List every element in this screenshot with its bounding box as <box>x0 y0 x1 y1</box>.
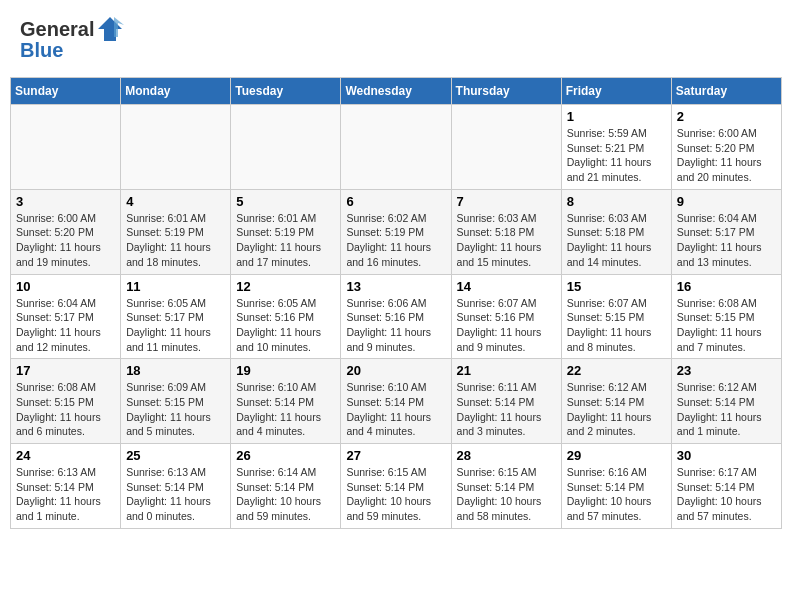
calendar-cell: 9Sunrise: 6:04 AM Sunset: 5:17 PM Daylig… <box>671 189 781 274</box>
day-info: Sunrise: 6:11 AM Sunset: 5:14 PM Dayligh… <box>457 380 556 439</box>
calendar-cell: 25Sunrise: 6:13 AM Sunset: 5:14 PM Dayli… <box>121 444 231 529</box>
day-info: Sunrise: 5:59 AM Sunset: 5:21 PM Dayligh… <box>567 126 666 185</box>
calendar-cell: 15Sunrise: 6:07 AM Sunset: 5:15 PM Dayli… <box>561 274 671 359</box>
logo-general: General <box>20 18 94 41</box>
day-number: 25 <box>126 448 225 463</box>
day-info: Sunrise: 6:07 AM Sunset: 5:15 PM Dayligh… <box>567 296 666 355</box>
calendar-cell <box>451 105 561 190</box>
calendar-cell: 20Sunrise: 6:10 AM Sunset: 5:14 PM Dayli… <box>341 359 451 444</box>
day-number: 4 <box>126 194 225 209</box>
calendar-cell: 13Sunrise: 6:06 AM Sunset: 5:16 PM Dayli… <box>341 274 451 359</box>
day-number: 6 <box>346 194 445 209</box>
day-number: 21 <box>457 363 556 378</box>
day-info: Sunrise: 6:15 AM Sunset: 5:14 PM Dayligh… <box>457 465 556 524</box>
day-info: Sunrise: 6:02 AM Sunset: 5:19 PM Dayligh… <box>346 211 445 270</box>
day-number: 3 <box>16 194 115 209</box>
logo-icon <box>96 15 124 43</box>
day-number: 26 <box>236 448 335 463</box>
day-info: Sunrise: 6:14 AM Sunset: 5:14 PM Dayligh… <box>236 465 335 524</box>
calendar-cell: 30Sunrise: 6:17 AM Sunset: 5:14 PM Dayli… <box>671 444 781 529</box>
day-info: Sunrise: 6:10 AM Sunset: 5:14 PM Dayligh… <box>236 380 335 439</box>
day-number: 18 <box>126 363 225 378</box>
day-header-friday: Friday <box>561 78 671 105</box>
day-info: Sunrise: 6:03 AM Sunset: 5:18 PM Dayligh… <box>567 211 666 270</box>
day-info: Sunrise: 6:09 AM Sunset: 5:15 PM Dayligh… <box>126 380 225 439</box>
calendar-cell: 28Sunrise: 6:15 AM Sunset: 5:14 PM Dayli… <box>451 444 561 529</box>
day-number: 15 <box>567 279 666 294</box>
day-info: Sunrise: 6:16 AM Sunset: 5:14 PM Dayligh… <box>567 465 666 524</box>
day-number: 2 <box>677 109 776 124</box>
day-number: 10 <box>16 279 115 294</box>
day-number: 11 <box>126 279 225 294</box>
day-info: Sunrise: 6:12 AM Sunset: 5:14 PM Dayligh… <box>567 380 666 439</box>
calendar-cell: 10Sunrise: 6:04 AM Sunset: 5:17 PM Dayli… <box>11 274 121 359</box>
calendar-cell <box>231 105 341 190</box>
calendar-cell: 6Sunrise: 6:02 AM Sunset: 5:19 PM Daylig… <box>341 189 451 274</box>
day-number: 14 <box>457 279 556 294</box>
day-header-thursday: Thursday <box>451 78 561 105</box>
calendar-header-row: SundayMondayTuesdayWednesdayThursdayFrid… <box>11 78 782 105</box>
week-row-3: 10Sunrise: 6:04 AM Sunset: 5:17 PM Dayli… <box>11 274 782 359</box>
day-header-tuesday: Tuesday <box>231 78 341 105</box>
calendar-cell: 14Sunrise: 6:07 AM Sunset: 5:16 PM Dayli… <box>451 274 561 359</box>
calendar-cell: 27Sunrise: 6:15 AM Sunset: 5:14 PM Dayli… <box>341 444 451 529</box>
calendar-cell: 26Sunrise: 6:14 AM Sunset: 5:14 PM Dayli… <box>231 444 341 529</box>
calendar-cell: 5Sunrise: 6:01 AM Sunset: 5:19 PM Daylig… <box>231 189 341 274</box>
day-info: Sunrise: 6:05 AM Sunset: 5:17 PM Dayligh… <box>126 296 225 355</box>
day-number: 28 <box>457 448 556 463</box>
day-number: 16 <box>677 279 776 294</box>
day-info: Sunrise: 6:03 AM Sunset: 5:18 PM Dayligh… <box>457 211 556 270</box>
calendar-cell: 2Sunrise: 6:00 AM Sunset: 5:20 PM Daylig… <box>671 105 781 190</box>
day-number: 9 <box>677 194 776 209</box>
calendar-cell <box>121 105 231 190</box>
day-number: 17 <box>16 363 115 378</box>
day-number: 23 <box>677 363 776 378</box>
calendar-cell: 18Sunrise: 6:09 AM Sunset: 5:15 PM Dayli… <box>121 359 231 444</box>
day-info: Sunrise: 6:12 AM Sunset: 5:14 PM Dayligh… <box>677 380 776 439</box>
day-number: 29 <box>567 448 666 463</box>
week-row-2: 3Sunrise: 6:00 AM Sunset: 5:20 PM Daylig… <box>11 189 782 274</box>
calendar-table: SundayMondayTuesdayWednesdayThursdayFrid… <box>10 77 782 529</box>
day-info: Sunrise: 6:05 AM Sunset: 5:16 PM Dayligh… <box>236 296 335 355</box>
calendar-cell: 16Sunrise: 6:08 AM Sunset: 5:15 PM Dayli… <box>671 274 781 359</box>
week-row-1: 1Sunrise: 5:59 AM Sunset: 5:21 PM Daylig… <box>11 105 782 190</box>
day-info: Sunrise: 6:08 AM Sunset: 5:15 PM Dayligh… <box>677 296 776 355</box>
day-info: Sunrise: 6:00 AM Sunset: 5:20 PM Dayligh… <box>16 211 115 270</box>
day-header-monday: Monday <box>121 78 231 105</box>
day-number: 12 <box>236 279 335 294</box>
day-info: Sunrise: 6:04 AM Sunset: 5:17 PM Dayligh… <box>16 296 115 355</box>
calendar-cell: 22Sunrise: 6:12 AM Sunset: 5:14 PM Dayli… <box>561 359 671 444</box>
day-header-sunday: Sunday <box>11 78 121 105</box>
day-number: 22 <box>567 363 666 378</box>
calendar-cell <box>341 105 451 190</box>
day-number: 24 <box>16 448 115 463</box>
day-info: Sunrise: 6:00 AM Sunset: 5:20 PM Dayligh… <box>677 126 776 185</box>
calendar-cell: 24Sunrise: 6:13 AM Sunset: 5:14 PM Dayli… <box>11 444 121 529</box>
day-number: 20 <box>346 363 445 378</box>
page-header: General Blue <box>10 10 782 67</box>
day-info: Sunrise: 6:01 AM Sunset: 5:19 PM Dayligh… <box>236 211 335 270</box>
day-info: Sunrise: 6:01 AM Sunset: 5:19 PM Dayligh… <box>126 211 225 270</box>
day-info: Sunrise: 6:08 AM Sunset: 5:15 PM Dayligh… <box>16 380 115 439</box>
day-info: Sunrise: 6:13 AM Sunset: 5:14 PM Dayligh… <box>126 465 225 524</box>
calendar-cell: 8Sunrise: 6:03 AM Sunset: 5:18 PM Daylig… <box>561 189 671 274</box>
day-info: Sunrise: 6:07 AM Sunset: 5:16 PM Dayligh… <box>457 296 556 355</box>
calendar-cell: 17Sunrise: 6:08 AM Sunset: 5:15 PM Dayli… <box>11 359 121 444</box>
calendar-cell <box>11 105 121 190</box>
day-number: 5 <box>236 194 335 209</box>
calendar-cell: 21Sunrise: 6:11 AM Sunset: 5:14 PM Dayli… <box>451 359 561 444</box>
day-number: 8 <box>567 194 666 209</box>
calendar-cell: 23Sunrise: 6:12 AM Sunset: 5:14 PM Dayli… <box>671 359 781 444</box>
day-header-wednesday: Wednesday <box>341 78 451 105</box>
calendar-cell: 12Sunrise: 6:05 AM Sunset: 5:16 PM Dayli… <box>231 274 341 359</box>
calendar-cell: 19Sunrise: 6:10 AM Sunset: 5:14 PM Dayli… <box>231 359 341 444</box>
calendar-cell: 7Sunrise: 6:03 AM Sunset: 5:18 PM Daylig… <box>451 189 561 274</box>
day-info: Sunrise: 6:13 AM Sunset: 5:14 PM Dayligh… <box>16 465 115 524</box>
day-number: 13 <box>346 279 445 294</box>
day-header-saturday: Saturday <box>671 78 781 105</box>
day-info: Sunrise: 6:10 AM Sunset: 5:14 PM Dayligh… <box>346 380 445 439</box>
calendar-cell: 4Sunrise: 6:01 AM Sunset: 5:19 PM Daylig… <box>121 189 231 274</box>
day-number: 7 <box>457 194 556 209</box>
calendar-cell: 1Sunrise: 5:59 AM Sunset: 5:21 PM Daylig… <box>561 105 671 190</box>
calendar-cell: 29Sunrise: 6:16 AM Sunset: 5:14 PM Dayli… <box>561 444 671 529</box>
